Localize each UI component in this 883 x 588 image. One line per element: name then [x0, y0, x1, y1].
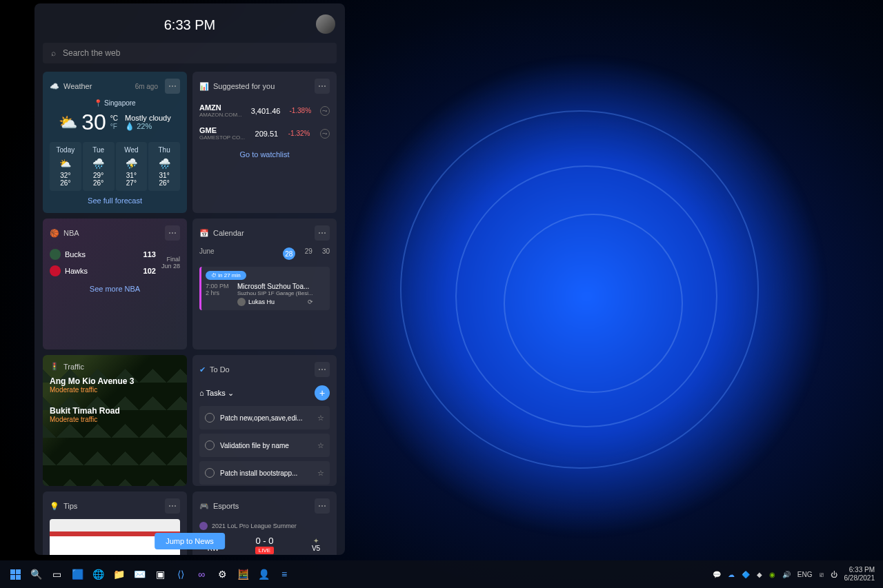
tray-language[interactable]: ENG: [797, 571, 813, 578]
road-status: Moderate traffic: [50, 386, 180, 394]
weather-temp: 30: [81, 110, 106, 135]
see-forecast-link[interactable]: See full forecast: [50, 191, 180, 206]
weather-condition: Mostly cloudy 💧 22%: [125, 114, 171, 131]
star-icon[interactable]: ☆: [317, 414, 324, 423]
forecast-day[interactable]: Today⛅32°26°: [50, 142, 81, 191]
more-button[interactable]: ⋯: [315, 498, 330, 514]
card-title: To Do: [210, 365, 230, 374]
more-button[interactable]: ⋯: [165, 79, 180, 94]
panel-time: 6:33 PM: [164, 17, 215, 33]
calendar-card[interactable]: 📅 Calendar ⋯ June 28 29 30 ⏱ in 27 min 7…: [192, 219, 337, 349]
more-button[interactable]: ⋯: [315, 225, 330, 241]
esports-league: 2021 LoL Pro League Summer: [199, 519, 330, 533]
jump-to-news-button[interactable]: Jump to News: [155, 533, 225, 549]
tray-app-icon[interactable]: 🔷: [742, 571, 750, 578]
app-icon[interactable]: ≡: [275, 565, 294, 584]
explorer-icon[interactable]: 📁: [109, 565, 128, 584]
start-button[interactable]: [6, 565, 25, 584]
calculator-icon[interactable]: 🧮: [233, 565, 252, 584]
tips-icon: 💡: [50, 502, 59, 511]
road-status: Moderate traffic: [50, 416, 180, 423]
add-task-button[interactable]: +: [315, 385, 330, 401]
card-title: Calendar: [213, 229, 244, 237]
search-button[interactable]: 🔍: [26, 565, 46, 584]
event-title: Microsoft Suzhou Toa...: [237, 283, 313, 290]
team-score: 113: [143, 250, 156, 258]
app-icon[interactable]: 👤: [254, 565, 273, 584]
more-button[interactable]: ⋯: [315, 362, 330, 377]
task-checkbox[interactable]: [205, 413, 215, 423]
stock-row[interactable]: AMZNAMAZON.COM...3,401.46-1.38%⤳: [199, 99, 330, 122]
task-item[interactable]: Patch new,open,save,edi...☆: [199, 406, 330, 429]
event-location: Suzhou SIP 1F Garage (Besi...: [237, 290, 313, 296]
tray-app-icon[interactable]: ◆: [757, 571, 762, 578]
forecast-day[interactable]: Thu🌧️31°26°: [148, 142, 180, 191]
calendar-icon: 📅: [199, 229, 209, 238]
traffic-card[interactable]: 🚦 Traffic Ang Mo Kio Avenue 3 Moderate t…: [43, 355, 187, 486]
traffic-icon: 🚦: [50, 362, 59, 371]
team-name: Bucks: [65, 250, 86, 258]
task-checkbox[interactable]: [205, 468, 215, 478]
search-placeholder: Search the web: [63, 48, 120, 58]
tray-wechat-icon[interactable]: 💬: [713, 571, 721, 578]
calendar-month: June: [199, 247, 215, 260]
tray-nvidia-icon[interactable]: ◉: [769, 571, 775, 578]
mail-icon[interactable]: ✉️: [130, 565, 149, 584]
chart-icon[interactable]: ⤳: [320, 129, 330, 139]
tray-onedrive-icon[interactable]: ☁: [728, 571, 735, 578]
nba-card[interactable]: 🏀 NBA ⋯ Bucks113 Hawks102 FinalJun 28 Se…: [43, 219, 187, 349]
forecast-day[interactable]: Wed⛈️31°27°: [116, 142, 148, 191]
star-icon[interactable]: ☆: [317, 469, 324, 478]
stocks-card[interactable]: 📊 Suggested for you ⋯ AMZNAMAZON.COM...3…: [192, 72, 337, 213]
task-list-name[interactable]: ⌂ Tasks ⌄: [199, 389, 234, 398]
team-name: Hawks: [65, 267, 88, 275]
visual-studio-icon[interactable]: ∞: [192, 565, 211, 584]
task-view-button[interactable]: ▭: [47, 565, 66, 584]
see-more-nba-link[interactable]: See more NBA: [50, 279, 180, 294]
team-score: 102: [143, 267, 156, 275]
refresh-icon[interactable]: ⟳: [308, 298, 313, 305]
user-avatar[interactable]: [316, 14, 335, 34]
vscode-icon[interactable]: ⟨⟩: [171, 565, 190, 584]
esports-icon: 🎮: [199, 502, 209, 511]
task-item[interactable]: Validation file by name☆: [199, 434, 330, 457]
card-title: Tips: [63, 502, 77, 510]
card-title: Traffic: [63, 363, 84, 371]
weather-location: 📍 Singapore: [50, 99, 180, 107]
search-icon: ⌕: [51, 48, 56, 58]
forecast-day[interactable]: Tue🌧️29°26°: [83, 142, 115, 191]
weather-unit[interactable]: °C°F: [110, 114, 118, 131]
road-name: Ang Mo Kio Avenue 3: [50, 376, 180, 386]
task-checkbox[interactable]: [205, 440, 215, 450]
game-status: FinalJun 28: [161, 256, 180, 270]
task-label: Patch install bootstrapp...: [220, 469, 297, 477]
settings-icon[interactable]: ⚙: [212, 565, 232, 584]
terminal-icon[interactable]: ▣: [150, 565, 170, 584]
card-title: Esports: [213, 502, 239, 510]
calendar-event[interactable]: ⏱ in 27 min 7:00 PM2 hrs Microsoft Suzho…: [199, 267, 330, 310]
stock-row[interactable]: GMEGAMESTOP CO...209.51-1.32%⤳: [199, 122, 330, 145]
more-button[interactable]: ⋯: [165, 498, 180, 514]
more-button[interactable]: ⋯: [165, 225, 180, 241]
edge-icon[interactable]: 🌐: [88, 565, 108, 584]
weather-now-icon: ⛅: [59, 114, 77, 132]
widgets-panel: 6:33 PM ⌕ Search the web ☁️ Weather 6m a…: [34, 3, 345, 555]
task-item[interactable]: Patch install bootstrapp...☆: [199, 461, 330, 485]
todo-card[interactable]: ✔ To Do ⋯ ⌂ Tasks ⌄ + Patch new,open,sav…: [192, 355, 337, 486]
weather-card[interactable]: ☁️ Weather 6m ago ⋯ 📍 Singapore ⛅ 30 °C°…: [43, 72, 187, 213]
taskbar-clock[interactable]: 6:33 PM 6/28/2021: [844, 566, 878, 582]
more-button[interactable]: ⋯: [315, 79, 330, 94]
star-icon[interactable]: ☆: [317, 441, 324, 450]
tray-power-icon[interactable]: ⏻: [831, 571, 837, 578]
widgets-button[interactable]: 🟦: [68, 565, 87, 584]
tray-network-icon[interactable]: ⎚: [820, 571, 824, 578]
watchlist-link[interactable]: Go to watchlist: [199, 145, 330, 160]
updated-ago: 6m ago: [135, 83, 158, 90]
tray-sound-icon[interactable]: 🔊: [782, 571, 791, 578]
task-label: Validation file by name: [220, 442, 289, 449]
forecast-row: Today⛅32°26°Tue🌧️29°26°Wed⛈️31°27°Thu🌧️3…: [50, 142, 180, 191]
chart-icon[interactable]: ⤳: [320, 106, 330, 116]
card-title: NBA: [63, 229, 79, 237]
search-input[interactable]: ⌕ Search the web: [43, 43, 337, 63]
calendar-days[interactable]: 28 29 30: [283, 247, 330, 260]
